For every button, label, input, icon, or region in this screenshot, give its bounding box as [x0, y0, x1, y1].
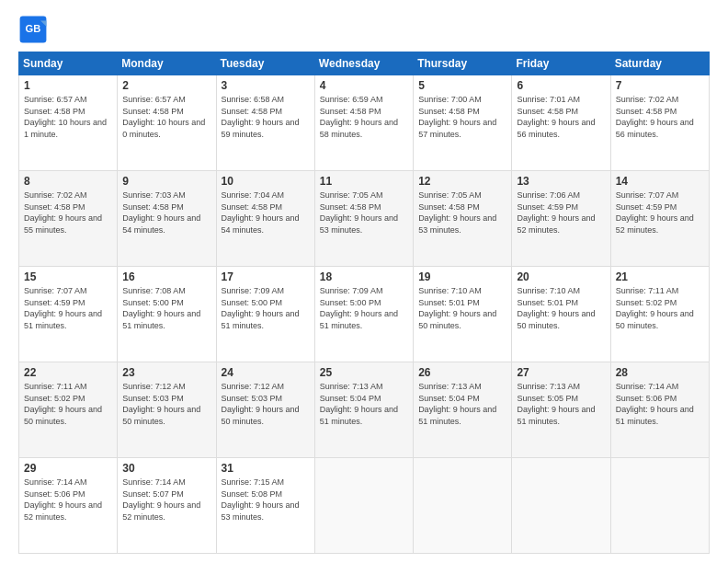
day-number: 18: [320, 270, 408, 283]
day-cell: 29 Sunrise: 7:14 AMSunset: 5:06 PMDaylig…: [19, 458, 118, 554]
day-number: 1: [24, 79, 112, 92]
week-row-2: 8 Sunrise: 7:02 AMSunset: 4:58 PMDayligh…: [19, 171, 710, 267]
day-info: Sunrise: 7:04 AMSunset: 4:58 PMDaylight:…: [222, 190, 300, 235]
day-number: 22: [24, 366, 112, 379]
day-info: Sunrise: 7:13 AMSunset: 5:05 PMDaylight:…: [517, 382, 595, 426]
day-info: Sunrise: 7:09 AMSunset: 5:00 PMDaylight:…: [222, 286, 300, 330]
day-info: Sunrise: 6:59 AMSunset: 4:58 PMDaylight:…: [320, 95, 398, 139]
day-number: 10: [222, 175, 310, 188]
day-number: 20: [517, 270, 605, 283]
day-number: 26: [418, 366, 506, 379]
day-info: Sunrise: 7:14 AMSunset: 5:06 PMDaylight:…: [24, 477, 102, 522]
calendar-table: SundayMondayTuesdayWednesdayThursdayFrid…: [18, 52, 710, 554]
day-info: Sunrise: 7:03 AMSunset: 4:58 PMDaylight:…: [122, 190, 200, 235]
day-info: Sunrise: 7:07 AMSunset: 4:59 PMDaylight:…: [616, 190, 694, 235]
day-info: Sunrise: 7:00 AMSunset: 4:58 PMDaylight:…: [418, 95, 496, 139]
day-number: 9: [122, 175, 210, 188]
day-number: 4: [320, 79, 408, 92]
logo-icon: GB: [18, 15, 48, 44]
day-number: 3: [222, 79, 310, 92]
day-info: Sunrise: 7:13 AMSunset: 5:04 PMDaylight:…: [418, 382, 496, 426]
day-number: 31: [222, 462, 310, 475]
day-number: 11: [320, 175, 408, 188]
day-info: Sunrise: 7:11 AMSunset: 5:02 PMDaylight:…: [24, 382, 102, 426]
day-info: Sunrise: 7:13 AMSunset: 5:04 PMDaylight:…: [320, 382, 398, 426]
day-cell: [314, 458, 413, 554]
day-cell: 28 Sunrise: 7:14 AMSunset: 5:06 PMDaylig…: [610, 362, 709, 458]
day-cell: 1 Sunrise: 6:57 AMSunset: 4:58 PMDayligh…: [19, 75, 118, 171]
day-cell: 9 Sunrise: 7:03 AMSunset: 4:58 PMDayligh…: [118, 171, 216, 267]
day-cell: 11 Sunrise: 7:05 AMSunset: 4:58 PMDaylig…: [314, 171, 413, 267]
day-number: 21: [616, 270, 704, 283]
day-number: 7: [616, 79, 704, 92]
day-cell: 31 Sunrise: 7:15 AMSunset: 5:08 PMDaylig…: [216, 458, 314, 554]
weekday-header-tuesday: Tuesday: [216, 52, 314, 75]
day-number: 30: [122, 462, 210, 475]
weekday-header-monday: Monday: [118, 52, 216, 75]
day-cell: [414, 458, 512, 554]
svg-text:GB: GB: [26, 23, 41, 34]
day-info: Sunrise: 7:14 AMSunset: 5:06 PMDaylight:…: [616, 382, 694, 426]
day-info: Sunrise: 7:15 AMSunset: 5:08 PMDaylight:…: [222, 477, 300, 522]
page: GB SundayMondayTuesdayWednesdayThursdayF…: [0, 0, 728, 563]
day-number: 28: [616, 366, 704, 379]
day-cell: 13 Sunrise: 7:06 AMSunset: 4:59 PMDaylig…: [512, 171, 610, 267]
day-number: 13: [517, 175, 605, 188]
weekday-header-saturday: Saturday: [610, 52, 709, 75]
day-number: 8: [24, 175, 112, 188]
day-number: 5: [418, 79, 506, 92]
weekday-header-row: SundayMondayTuesdayWednesdayThursdayFrid…: [19, 52, 710, 75]
weekday-header-sunday: Sunday: [19, 52, 118, 75]
day-info: Sunrise: 7:11 AMSunset: 5:02 PMDaylight:…: [616, 286, 694, 330]
logo: GB: [18, 15, 51, 44]
day-cell: 21 Sunrise: 7:11 AMSunset: 5:02 PMDaylig…: [610, 267, 709, 362]
day-cell: 27 Sunrise: 7:13 AMSunset: 5:05 PMDaylig…: [512, 362, 610, 458]
day-cell: 18 Sunrise: 7:09 AMSunset: 5:00 PMDaylig…: [314, 267, 413, 362]
day-number: 15: [24, 270, 112, 283]
day-info: Sunrise: 7:01 AMSunset: 4:58 PMDaylight:…: [517, 95, 595, 139]
day-cell: [512, 458, 610, 554]
day-cell: [610, 458, 709, 554]
day-number: 29: [24, 462, 112, 475]
day-info: Sunrise: 6:57 AMSunset: 4:58 PMDaylight:…: [24, 95, 107, 139]
day-number: 16: [122, 270, 210, 283]
weekday-header-wednesday: Wednesday: [314, 52, 413, 75]
day-number: 6: [517, 79, 605, 92]
day-cell: 30 Sunrise: 7:14 AMSunset: 5:07 PMDaylig…: [118, 458, 216, 554]
day-info: Sunrise: 6:58 AMSunset: 4:58 PMDaylight:…: [222, 95, 300, 139]
week-row-1: 1 Sunrise: 6:57 AMSunset: 4:58 PMDayligh…: [19, 75, 710, 171]
week-row-4: 22 Sunrise: 7:11 AMSunset: 5:02 PMDaylig…: [19, 362, 710, 458]
day-cell: 14 Sunrise: 7:07 AMSunset: 4:59 PMDaylig…: [610, 171, 709, 267]
day-number: 2: [122, 79, 210, 92]
day-cell: 4 Sunrise: 6:59 AMSunset: 4:58 PMDayligh…: [314, 75, 413, 171]
day-cell: 24 Sunrise: 7:12 AMSunset: 5:03 PMDaylig…: [216, 362, 314, 458]
day-number: 24: [222, 366, 310, 379]
day-info: Sunrise: 7:02 AMSunset: 4:58 PMDaylight:…: [24, 190, 102, 235]
day-info: Sunrise: 7:07 AMSunset: 4:59 PMDaylight:…: [24, 286, 102, 330]
day-info: Sunrise: 7:05 AMSunset: 4:58 PMDaylight:…: [418, 190, 496, 235]
day-cell: 19 Sunrise: 7:10 AMSunset: 5:01 PMDaylig…: [414, 267, 512, 362]
day-info: Sunrise: 7:06 AMSunset: 4:59 PMDaylight:…: [517, 190, 595, 235]
day-info: Sunrise: 7:10 AMSunset: 5:01 PMDaylight:…: [418, 286, 496, 330]
day-cell: 2 Sunrise: 6:57 AMSunset: 4:58 PMDayligh…: [118, 75, 216, 171]
day-cell: 12 Sunrise: 7:05 AMSunset: 4:58 PMDaylig…: [414, 171, 512, 267]
day-cell: 15 Sunrise: 7:07 AMSunset: 4:59 PMDaylig…: [19, 267, 118, 362]
header: GB: [18, 15, 710, 44]
day-cell: 5 Sunrise: 7:00 AMSunset: 4:58 PMDayligh…: [414, 75, 512, 171]
day-info: Sunrise: 7:05 AMSunset: 4:58 PMDaylight:…: [320, 190, 398, 235]
day-cell: 23 Sunrise: 7:12 AMSunset: 5:03 PMDaylig…: [118, 362, 216, 458]
day-cell: 22 Sunrise: 7:11 AMSunset: 5:02 PMDaylig…: [19, 362, 118, 458]
day-cell: 20 Sunrise: 7:10 AMSunset: 5:01 PMDaylig…: [512, 267, 610, 362]
day-info: Sunrise: 7:09 AMSunset: 5:00 PMDaylight:…: [320, 286, 398, 330]
day-info: Sunrise: 7:14 AMSunset: 5:07 PMDaylight:…: [122, 477, 200, 522]
day-cell: 26 Sunrise: 7:13 AMSunset: 5:04 PMDaylig…: [414, 362, 512, 458]
day-number: 25: [320, 366, 408, 379]
day-info: Sunrise: 7:08 AMSunset: 5:00 PMDaylight:…: [122, 286, 200, 330]
day-number: 14: [616, 175, 704, 188]
weekday-header-thursday: Thursday: [414, 52, 512, 75]
day-cell: 8 Sunrise: 7:02 AMSunset: 4:58 PMDayligh…: [19, 171, 118, 267]
day-number: 12: [418, 175, 506, 188]
day-info: Sunrise: 7:12 AMSunset: 5:03 PMDaylight:…: [222, 382, 300, 426]
day-cell: 10 Sunrise: 7:04 AMSunset: 4:58 PMDaylig…: [216, 171, 314, 267]
day-info: Sunrise: 7:10 AMSunset: 5:01 PMDaylight:…: [517, 286, 595, 330]
